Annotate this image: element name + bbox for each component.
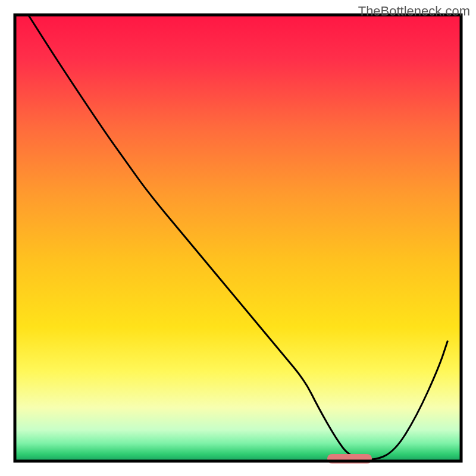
chart-svg bbox=[0, 0, 476, 476]
bottleneck-chart: TheBottleneck.com bbox=[0, 0, 476, 476]
watermark-text: TheBottleneck.com bbox=[358, 4, 470, 19]
plot-background bbox=[15, 15, 461, 461]
